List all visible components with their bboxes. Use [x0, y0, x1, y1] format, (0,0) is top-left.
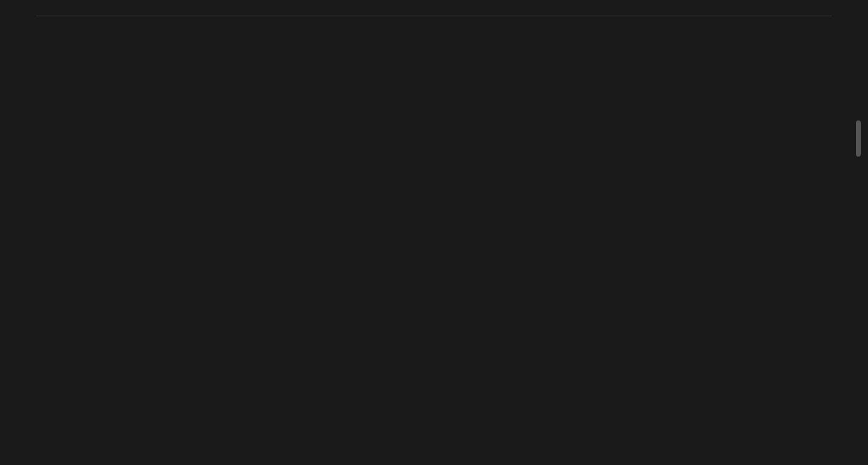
- scrollbar[interactable]: [856, 120, 861, 157]
